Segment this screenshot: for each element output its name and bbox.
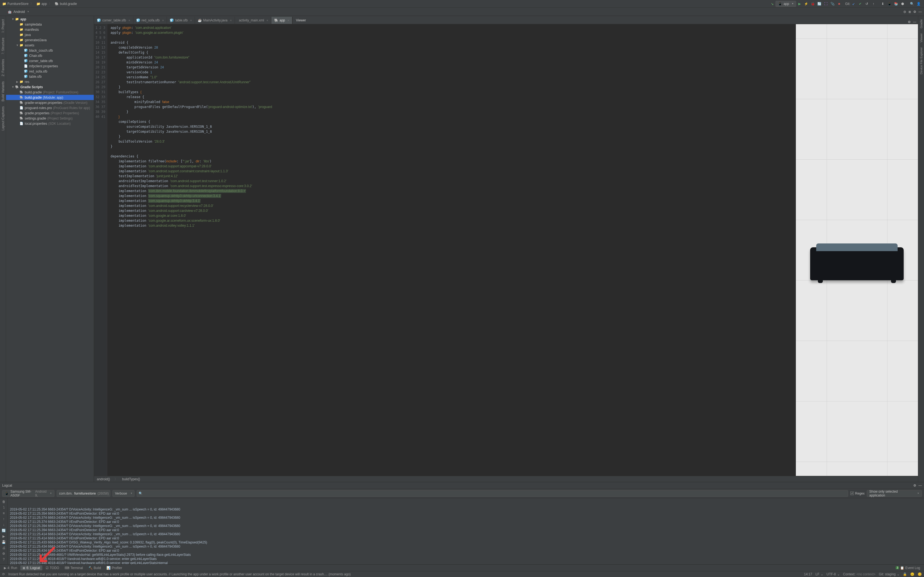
tool-favorites-button[interactable]: 2: Favorites [1,58,5,77]
tool-build-variants-button[interactable]: Build Variants [1,80,5,103]
device-icon[interactable]: 📱 [887,1,892,6]
sync-icon[interactable]: 🔄 [816,1,822,6]
user-icon[interactable]: 👤 [916,1,921,6]
sdk-manager-icon[interactable]: 📚 [893,1,899,6]
tree-item[interactable]: 🧊corner_table.sfb [6,58,94,63]
close-tab-icon[interactable]: × [267,19,268,22]
logcat-side-button[interactable]: ? [1,557,6,562]
logcat-hide-icon[interactable]: — [919,484,922,487]
run-configurations-combo[interactable]: 📱 app ▼ [775,1,796,7]
tree-item[interactable]: 📄local.properties(SDK Location) [6,121,94,126]
logcat-side-button[interactable]: 💾 [1,540,6,545]
scroll-from-source-icon[interactable]: ⊖ [903,10,906,14]
breadcrumb-file[interactable]: 🐘 build.gradle [55,2,77,6]
tree-item[interactable]: ▼📁app [6,16,94,22]
editor-tab[interactable]: 🐘app× [271,17,292,24]
tree-item[interactable]: 🧊Chair.sfb [6,53,94,58]
tool-layout-captures-button[interactable]: Layout Captures [1,105,5,132]
tree-item[interactable]: 📁generatedJava [6,37,94,43]
project-tree[interactable]: ▼📁app📁sampledata📁manifests📁java📁generate… [6,16,94,482]
editor-tab[interactable]: 🧊red_sofa.sfb× [133,17,167,24]
git-update-icon[interactable]: ↙ [851,1,856,6]
logcat-side-button[interactable]: ⚙ [1,551,6,556]
tree-item[interactable]: ▼🐘Gradle Scripts [6,84,94,90]
logcat-side-button[interactable]: ▶ [1,534,6,539]
tree-item[interactable]: 🐘gradle-wrapper.properties(Gradle Versio… [6,100,94,105]
viewer-settings-icon[interactable]: ⚙ [908,20,911,24]
structure-icon[interactable]: ⬢ [900,1,905,6]
line-ending[interactable]: LF ⌄ [816,572,823,576]
tree-item[interactable]: 🧊black_couch.sfb [6,48,94,53]
close-tab-icon[interactable]: × [288,19,289,22]
breadcrumb-project[interactable]: 📁 FurnitureStore 〉 [2,2,34,6]
breadcrumb-scope-2[interactable]: buildTypes{} [122,477,140,481]
tree-item[interactable]: 📄proguard-rules.pro(ProGuard Rules for a… [6,105,94,110]
editor-tab[interactable]: ☕MainActivity.java× [195,17,235,24]
logcat-output[interactable]: 2019-05-02 17:11:25.354 6663-24354/? D/V… [8,498,924,564]
tree-item[interactable]: 🐘build.gradle(Project: FurnitureStore) [6,90,94,95]
context-combo[interactable]: Context: <no context> [843,572,876,576]
close-tab-icon[interactable]: × [230,19,231,22]
tree-item[interactable]: 📁sampledata [6,22,94,27]
logcat-search-input[interactable]: 🔍 [137,490,848,497]
logcat-side-button[interactable]: 🔄 [1,528,6,533]
file-encoding[interactable]: UTF-8 ⌄ [827,572,840,576]
logcat-side-button[interactable]: ⤵ [1,505,6,510]
editor-tab[interactable]: activity_main.xml× [235,17,271,24]
make-project-icon[interactable]: ↘ [769,1,775,6]
filter-combo[interactable]: Show only selected application ▼ [867,490,922,497]
tool-gradle-button[interactable]: Gradle [919,18,923,29]
tool-structure-button[interactable]: 7: Structure [1,37,5,55]
device-combo[interactable]: 📱 Samsung SM-A505F Android 9, ▼ [2,490,55,497]
tree-item[interactable]: 🧊red_sofa.sfb [6,69,94,74]
search-everywhere-icon[interactable]: 🔍 [909,1,915,6]
close-tab-icon[interactable]: × [162,19,164,22]
expand-arrow-icon[interactable]: ▼ [11,18,15,21]
avd-manager-icon[interactable]: ⬇ [880,1,885,6]
tree-item[interactable]: 🐘settings.gradle(Project Settings) [6,116,94,121]
breadcrumb-scope-1[interactable]: android{} [97,477,110,481]
tree-item[interactable]: 🧊table.sfb [6,74,94,79]
bottom-tool-tab[interactable]: 🔨Build [86,566,103,571]
code-area[interactable]: apply plugin: 'com.android.application' … [107,24,796,476]
git-history-icon[interactable]: ↺ [864,1,869,6]
regex-checkbox[interactable]: ✓ Regex [850,492,864,495]
tree-item[interactable]: ▼📁assets [6,43,94,48]
bottom-tool-tab[interactable]: ▶4: Run [2,566,19,571]
process-combo[interactable]: com.ibm.furniturestore (26058) ▼ [57,490,110,497]
hide-icon[interactable]: — [919,10,922,14]
logcat-side-button[interactable]: ≡ [1,511,6,516]
viewer-hide-icon[interactable]: — [913,20,916,24]
apply-changes-icon[interactable]: ⚡ [803,1,809,6]
logcat-side-button[interactable]: 🗑 [1,499,6,504]
git-revert-icon[interactable]: ↑ [871,1,876,6]
attach-debugger-icon[interactable]: 📎 [830,1,835,6]
tool-viewer-button[interactable]: Viewer [919,32,923,44]
logcat-side-button[interactable]: ↓ [1,522,6,527]
collapse-all-icon[interactable]: ≣ [908,10,911,14]
tool-project-button[interactable]: 1: Project [1,18,5,34]
stop-icon[interactable]: ■ [836,1,842,6]
run-icon[interactable]: ▶ [797,1,802,6]
expand-arrow-icon[interactable]: ▼ [11,85,15,89]
lock-icon[interactable]: 🔒 [903,572,907,576]
bottom-tool-tab[interactable]: ☑TODO [44,566,61,571]
caret-position[interactable]: 14:17 [804,572,812,576]
instant-run-icon[interactable]: ⟳ [2,572,5,576]
breadcrumb-module[interactable]: 📁 app 〉 [36,2,53,6]
memory-indicator-icon[interactable]: 😊 [918,572,922,576]
event-log-button[interactable]: 3 📋 Event Log [893,566,922,571]
profile-icon[interactable]: ⛶ [823,1,829,6]
expand-arrow-icon[interactable]: ▶ [15,80,19,83]
tree-item[interactable]: 📄mfpclient.properties [6,63,94,69]
settings-icon[interactable]: ⚙ [913,10,916,14]
expand-arrow-icon[interactable]: ▼ [15,44,19,47]
tree-item[interactable]: 📁manifests [6,27,94,32]
project-view-combo[interactable]: 🤖 Android ▼ [8,10,29,14]
close-tab-icon[interactable]: × [190,19,192,22]
bottom-tool-tab[interactable]: 📊Profiler [104,566,124,571]
tree-item[interactable]: 🐘build.gradle(Module: app) [6,95,94,100]
code-editor[interactable]: 1 2 3 4 5 6 7 8 9 10 11 12 13 14 15 16 1… [94,24,796,476]
debug-icon[interactable]: 🐞 [810,1,816,6]
logcat-settings-icon[interactable]: ⚙ [913,484,916,487]
